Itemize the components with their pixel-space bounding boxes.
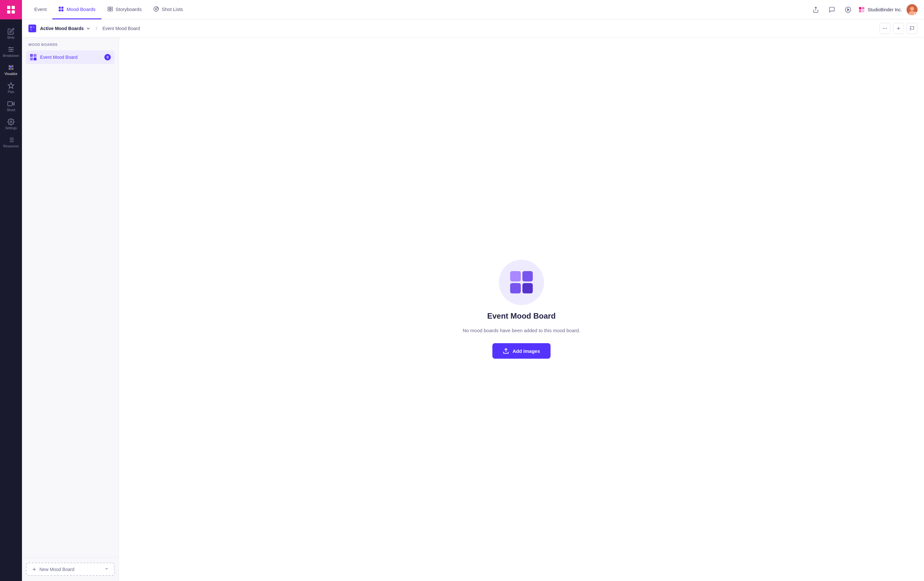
breakdown-icon (7, 46, 15, 53)
svg-point-41 (883, 28, 884, 29)
top-nav: Event Mood Boards Storyboards (22, 0, 924, 20)
app-logo[interactable] (0, 0, 22, 20)
sidebar-item-resources[interactable]: Resources (0, 133, 22, 150)
flag-icon (909, 26, 915, 31)
svg-rect-36 (859, 10, 862, 12)
icon-quadrant-tr (33, 26, 35, 28)
svg-rect-23 (59, 9, 61, 11)
sidebar-item-resources-label: Resources (3, 145, 19, 148)
sidebar-item-settings-label: Settings (5, 127, 17, 130)
add-to-board-button[interactable] (893, 23, 904, 34)
svg-rect-47 (30, 54, 33, 57)
svg-rect-3 (12, 10, 15, 13)
more-options-button[interactable] (879, 23, 890, 34)
mood-board-list: Event Mood Board 0 (22, 49, 119, 557)
svg-rect-25 (107, 7, 109, 9)
sidebar-item-settings[interactable]: Settings (0, 115, 22, 132)
play-button[interactable] (842, 4, 854, 15)
svg-rect-37 (862, 10, 865, 12)
list-item[interactable]: Event Mood Board 0 (26, 50, 115, 64)
svg-rect-24 (61, 9, 63, 11)
list-item-count: 0 (104, 54, 111, 60)
tab-event[interactable]: Event (28, 0, 52, 20)
icon-quadrant-tl (30, 26, 32, 28)
online-indicator (914, 12, 917, 15)
share-button[interactable] (810, 4, 822, 15)
sidebar-item-breakdown[interactable]: Breakdown (0, 43, 22, 59)
plan-icon (7, 82, 15, 89)
sidebar-item-plan-label: Plan (8, 91, 14, 94)
add-images-button[interactable]: Add Images (492, 343, 550, 359)
write-icon (7, 28, 15, 35)
main-container: Event Mood Boards Storyboards (22, 0, 924, 581)
list-item-name: Event Mood Board (40, 54, 101, 60)
svg-rect-28 (110, 9, 112, 11)
company-selector[interactable]: StudioBinder Inc. (858, 7, 902, 13)
mood-boards-tab-icon (58, 6, 64, 12)
new-mood-board-button[interactable]: New Mood Board (26, 563, 115, 576)
empty-state: Event Mood Board No mood boards have bee… (463, 260, 580, 359)
svg-point-9 (10, 51, 11, 52)
sidebar-panel: Mood Boards Event Mood Board 0 (22, 38, 119, 581)
tab-shot-lists[interactable]: Shot Lists (147, 0, 189, 20)
svg-rect-26 (110, 7, 112, 9)
sub-header: Active Mood Boards / Event Mood Board (22, 20, 924, 38)
sidebar-item-visualize-label: Visualize (5, 73, 17, 76)
empty-state-illustration (499, 260, 544, 305)
svg-point-42 (884, 28, 886, 29)
main-content: Event Mood Board No mood boards have bee… (119, 38, 924, 581)
empty-state-description: No mood boards have been added to this m… (463, 327, 580, 335)
svg-marker-12 (8, 83, 14, 88)
svg-point-14 (10, 121, 12, 123)
svg-point-43 (886, 28, 887, 29)
company-name: StudioBinder Inc. (868, 7, 902, 12)
svg-rect-22 (61, 7, 63, 9)
logo-icon (6, 5, 16, 15)
mood-board-type-icon (28, 25, 36, 32)
plus-icon (32, 567, 37, 572)
svg-point-39 (910, 7, 914, 11)
breadcrumb-separator: / (96, 26, 97, 31)
svg-rect-48 (34, 54, 36, 57)
sidebar-footer: New Mood Board (22, 557, 119, 581)
comment-button[interactable] (826, 4, 838, 15)
new-mood-board-label: New Mood Board (40, 567, 74, 572)
tab-storyboards[interactable]: Storyboards (101, 0, 148, 20)
svg-point-10 (9, 66, 11, 68)
illustration-quadrant-br (522, 283, 533, 294)
active-boards-dropdown[interactable]: Active Mood Boards (40, 26, 91, 31)
sidebar-item-write-label: Write (7, 36, 15, 40)
studiobinder-logo-icon (858, 7, 865, 13)
chevron-down-small-icon (104, 566, 109, 571)
sidebar-item-shoot[interactable]: Shoot (0, 97, 22, 114)
nav-right: StudioBinder Inc. (810, 4, 917, 15)
empty-state-title: Event Mood Board (487, 312, 556, 320)
sidebar-item-write[interactable]: Write (0, 25, 22, 41)
svg-rect-27 (107, 9, 109, 11)
upload-icon (503, 348, 509, 354)
settings-icon (7, 118, 15, 125)
sidebar-items: Write Breakdown Visualize (0, 20, 22, 581)
user-avatar[interactable] (907, 4, 917, 15)
tab-mood-boards[interactable]: Mood Boards (52, 0, 101, 20)
sidebar-item-plan[interactable]: Plan (0, 79, 22, 96)
storyboards-tab-icon (107, 6, 113, 12)
flag-button[interactable] (907, 23, 917, 34)
icon-bar: Write Breakdown Visualize (0, 0, 22, 581)
chevron-down-icon (86, 26, 91, 31)
illustration-quadrant-bl (510, 283, 521, 294)
illustration-quadrant-tl (510, 271, 521, 281)
sub-header-actions (879, 23, 917, 34)
svg-rect-35 (862, 7, 865, 9)
svg-rect-0 (7, 6, 10, 9)
svg-rect-2 (7, 10, 10, 13)
comment-icon (829, 7, 835, 13)
breadcrumb-current: Event Mood Board (102, 26, 140, 31)
sidebar-panel-header: Mood Boards (22, 38, 119, 49)
svg-rect-50 (34, 58, 36, 60)
tab-mood-boards-label: Mood Boards (66, 7, 95, 12)
sidebar-item-visualize[interactable]: Visualize (0, 61, 22, 78)
tab-event-label: Event (34, 7, 46, 12)
svg-rect-34 (859, 7, 862, 9)
more-icon (882, 26, 888, 31)
